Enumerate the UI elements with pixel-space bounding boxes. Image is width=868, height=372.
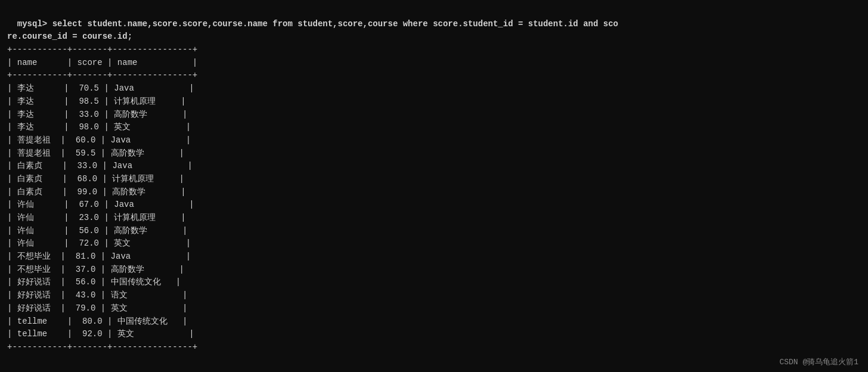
table-row: | 菩提老祖 | 59.5 | 高阶数学 | — [7, 148, 184, 158]
table-row: | 菩提老祖 | 60.0 | Java | — [7, 135, 191, 145]
header-separator: +-----------+-------+----------------+ — [7, 70, 197, 80]
table-header: | name | score | name | — [7, 58, 197, 67]
table-row: | 不想毕业 | 81.0 | Java | — [7, 252, 191, 261]
table-row: | 李达 | 33.0 | 高阶数学 | — [7, 110, 187, 119]
sql-query: select student.name,score.score,course.n… — [7, 19, 618, 42]
mysql-prompt: mysql> — [17, 19, 52, 29]
top-separator: +-----------+-------+----------------+ — [7, 45, 197, 54]
bottom-separator: +-----------+-------+----------------+ — [7, 342, 197, 352]
table-row: | 许仙 | 72.0 | 英文 | — [7, 238, 191, 248]
watermark-text: CSDN @骑乌龟追火箭1 — [779, 358, 858, 367]
table-row: | 不想毕业 | 37.0 | 高阶数学 | — [7, 265, 184, 274]
watermark: CSDN @骑乌龟追火箭1 — [779, 356, 858, 367]
table-row: | 白素贞 | 68.0 | 计算机原理 | — [7, 174, 184, 184]
table-row: | 白素贞 | 99.0 | 高阶数学 | — [7, 187, 186, 197]
table-row: | 好好说话 | 56.0 | 中国传统文化 | — [7, 277, 181, 287]
table-row: | 李达 | 70.5 | Java | — [7, 83, 194, 93]
table-row: | 李达 | 98.5 | 计算机原理 | — [7, 97, 186, 106]
table-row: | 好好说话 | 43.0 | 语文 | — [7, 290, 187, 300]
table-row: | 好好说话 | 79.0 | 英文 | — [7, 303, 187, 313]
table-row: | 许仙 | 56.0 | 高阶数学 | — [7, 226, 187, 235]
table-row: | 许仙 | 67.0 | Java | — [7, 200, 194, 209]
table-row: | tellme | 92.0 | 英文 | — [7, 329, 194, 339]
table-row: | 白素贞 | 33.0 | Java | — [7, 161, 193, 170]
table-row: | 许仙 | 23.0 | 计算机原理 | — [7, 213, 186, 222]
table-row: | 李达 | 98.0 | 英文 | — [7, 122, 191, 132]
terminal-output: mysql> select student.name,score.score,c… — [0, 0, 868, 359]
table-row: | tellme | 80.0 | 中国传统文化 | — [7, 317, 187, 326]
query-line: mysql> select student.name,score.score,c… — [7, 19, 618, 42]
